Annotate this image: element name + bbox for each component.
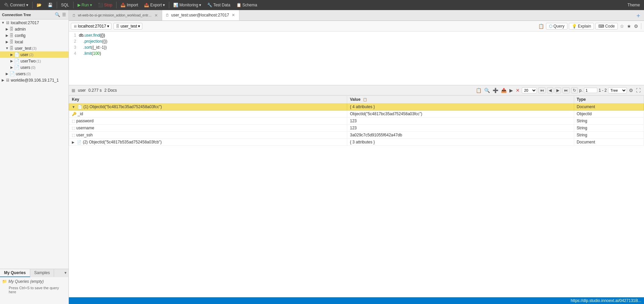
tree-toggle-localhost[interactable]: ▼	[1, 21, 5, 25]
export-dropdown-icon: ▾	[163, 3, 165, 7]
tree-toggle-usertwo[interactable]: ▶	[9, 59, 14, 63]
connect-button[interactable]: 🔌 Connect ▾	[1, 1, 31, 9]
tree-toggle-user-test[interactable]: ▼	[5, 46, 9, 50]
code-line-2: 2 .projection({})	[69, 39, 644, 45]
tree-toggle-local[interactable]: ▶	[5, 40, 9, 44]
refresh-btn[interactable]: ↻	[571, 87, 578, 93]
code-line-1: 1 db.user.find({})	[69, 33, 644, 39]
monitoring-button[interactable]: 📊 Monitoring ▾	[171, 1, 204, 9]
import-button[interactable]: 📥 Import	[118, 1, 141, 9]
sidebar-search-icon[interactable]: 🔍	[54, 12, 60, 17]
query-button[interactable]: ⬡ Query	[546, 23, 567, 30]
tab-bar: 🗒 wt-web-bo-si-ge:mission_addon_workload…	[69, 10, 644, 21]
code-button[interactable]: ⌨ Code	[595, 23, 618, 30]
table-row[interactable]: ⬚ user_ssh 3a029c7c5d91055f642a47db Stri…	[69, 132, 644, 139]
code-editor[interactable]: 1 db.user.find({}) 2 .projection({}) 3 .…	[69, 32, 644, 85]
user-test-badge: (3)	[32, 46, 36, 50]
settings-button[interactable]: ⚙	[633, 23, 639, 30]
results-export-btn[interactable]: 📤	[500, 87, 507, 94]
my-queries-root[interactable]: 📁 My Queries (empty)	[2, 278, 66, 285]
host-selector[interactable]: 🖥 localhost:27017 ▾	[71, 23, 111, 30]
view-select[interactable]: Tree Table JSON	[608, 87, 627, 93]
host-dropdown-icon: ▾	[107, 24, 109, 29]
results-settings-btn[interactable]: ⚙	[628, 87, 634, 94]
main-area: Connection Tree 🔍 ☰ ▼ 🖥 localhost:27017 …	[0, 10, 644, 304]
tab-add-button[interactable]: ＋	[633, 10, 644, 20]
save-button[interactable]: 💾	[45, 1, 55, 9]
row1-ssh-icon: ⬚	[72, 133, 75, 137]
page-size-select[interactable]: 20 50 100	[522, 87, 537, 93]
sidebar-item-localhost[interactable]: ▼ 🖥 localhost:27017	[0, 19, 68, 26]
page-input[interactable]	[584, 88, 597, 93]
explain-button[interactable]: 💡 Explain	[569, 23, 594, 30]
results-header: ▦ user 0.277 s 2 Docs 📋 🔍 ➕ 📤 ▶ ✕ 20 50 …	[69, 85, 644, 95]
sidebar-filter-icon[interactable]: ☰	[62, 12, 66, 17]
code-line-3: 3 .sort({_id:-1})	[69, 45, 644, 51]
results-add-btn[interactable]: ➕	[492, 87, 499, 94]
copy-query-button[interactable]: 📋	[538, 23, 545, 30]
query-toolbar: 🖥 localhost:27017 ▾ 🗄 user_test ▾ 📋 ⬡ Qu…	[69, 21, 644, 32]
open-button[interactable]: 📂	[34, 1, 44, 9]
sidebar-item-users-nested[interactable]: ▶ 📄 users (0)	[0, 64, 68, 71]
tree-toggle-worktile[interactable]: ▶	[1, 78, 5, 82]
sidebar-item-users-top[interactable]: ▶ 📄 users (0)	[0, 71, 68, 77]
export-button[interactable]: 📤 Export ▾	[141, 1, 168, 9]
sidebar-item-worktile[interactable]: ▶ 🖥 worktile@39.106.19.171_1	[0, 77, 68, 83]
tab-wt-web[interactable]: 🗒 wt-web-bo-si-ge:mission_addon_workload…	[69, 10, 162, 20]
sidebar-item-usertwo[interactable]: ▶ 📄 userTwo (1)	[0, 58, 68, 64]
results-search-btn[interactable]: 🔍	[484, 87, 491, 94]
toolbar-sep-6	[641, 23, 641, 29]
table-row[interactable]: ⬚ username 123 String	[69, 125, 644, 132]
theme-label: Theme	[628, 3, 643, 7]
row1-value: { 4 attributes }	[347, 103, 574, 111]
first-page-btn[interactable]: ⏮	[538, 87, 546, 93]
results-expand-btn[interactable]: ⛶	[635, 87, 641, 94]
pagination: ⏮ ◀ ▶ ⏭ ↻ p. 1 - 2 Tree Table JSON	[538, 87, 627, 93]
row2-expand-btn[interactable]: ▶	[72, 140, 75, 144]
sql-button[interactable]: SQL	[58, 1, 72, 9]
tree-toggle-user[interactable]: ▶	[9, 53, 14, 56]
results-copy-btn[interactable]: 📋	[475, 87, 482, 94]
run-button[interactable]: ▶ Run ▾	[75, 1, 95, 9]
save-icon: 💾	[48, 3, 53, 7]
prev-page-btn[interactable]: ◀	[547, 87, 553, 93]
sidebar-item-admin[interactable]: ▶ 🗄 admin	[0, 26, 68, 32]
schema-button[interactable]: 📋 Schema	[234, 1, 260, 9]
star-button[interactable]: ☆	[619, 23, 625, 30]
row1-ssh-value: 3a029c7c5d91055f642a47db	[347, 132, 574, 139]
results-grid-icon: ▦	[72, 88, 75, 93]
sidebar-item-config[interactable]: ▶ 🗄 config	[0, 32, 68, 39]
table-row[interactable]: ▼ 📄 (1) ObjectId("5c4817bc35ad752458a03f…	[69, 103, 644, 111]
tree-toggle-config[interactable]: ▶	[5, 34, 9, 37]
content-area: 🗒 wt-web-bo-si-ge:mission_addon_workload…	[69, 10, 644, 304]
next-page-btn[interactable]: ▶	[555, 87, 561, 93]
db-icon-config: 🗄	[9, 33, 14, 38]
sidebar-item-local[interactable]: ▶ 🗄 local	[0, 39, 68, 45]
last-page-btn[interactable]: ⏭	[562, 87, 570, 93]
tree-toggle-users-top[interactable]: ▶	[5, 72, 9, 76]
stop-button[interactable]: ⬛ Stop	[95, 1, 115, 9]
table-row[interactable]: ⬚ password 123 String	[69, 118, 644, 125]
tab-my-queries[interactable]: My Queries	[0, 269, 30, 277]
db-selector[interactable]: 🗄 user_test ▾	[113, 23, 142, 30]
code-label: Code	[605, 24, 615, 29]
row1-pw-type: String	[574, 118, 644, 125]
row1-expand-btn[interactable]: ▼	[72, 105, 75, 109]
table-row[interactable]: ▶ 📄 (2) ObjectId("5c4817b535ad752458a03f…	[69, 139, 644, 146]
table-row[interactable]: 🔑 _id ObjectId("5c4817bc35ad752458a03fcc…	[69, 111, 644, 118]
tab-user-close[interactable]: ✕	[231, 12, 236, 18]
star-filled-button[interactable]: ★	[626, 23, 632, 30]
results-play-btn[interactable]: ▶	[509, 87, 514, 94]
tab-samples[interactable]: Samples	[30, 269, 54, 277]
sidebar-bottom-expand[interactable]: ▾	[62, 269, 68, 277]
test-data-button[interactable]: 🔧 Test Data	[204, 1, 233, 9]
tree-toggle-admin[interactable]: ▶	[5, 27, 9, 31]
results-delete-btn[interactable]: ✕	[515, 87, 520, 94]
tree-toggle-users-nested[interactable]: ▶	[9, 66, 14, 69]
row1-id-value: ObjectId("5c4817bc35ad752458a03fcc")	[347, 111, 574, 118]
tab-user-test[interactable]: 🗒 user_test:user@localhost:27017 ✕	[162, 10, 239, 20]
sidebar-item-user-test[interactable]: ▼ 🗄 user_test (3)	[0, 45, 68, 51]
tab-wt-close[interactable]: ✕	[154, 13, 158, 18]
sidebar-item-user[interactable]: ▶ 📄 user (2)	[0, 51, 68, 58]
tab-user-label: user_test:user@localhost:27017	[171, 13, 229, 17]
